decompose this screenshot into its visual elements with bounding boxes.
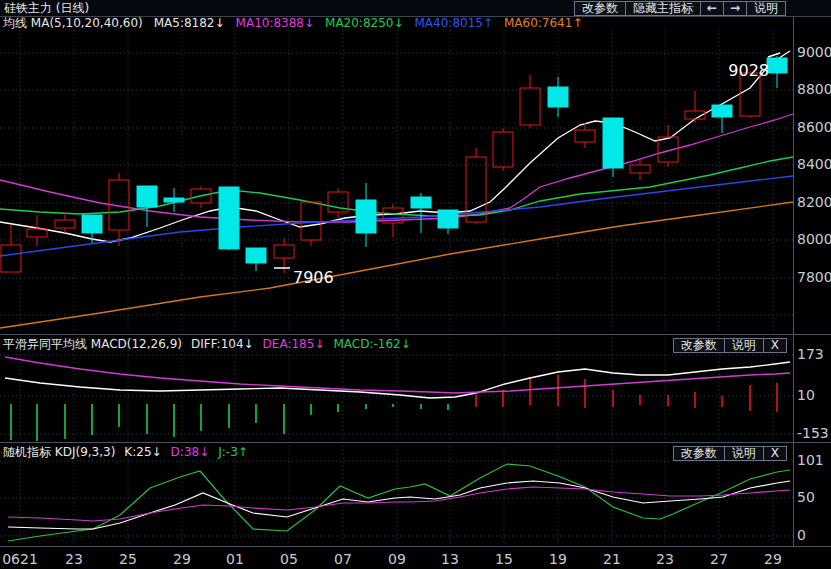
ma-value-3: MA40:8015↑: [415, 16, 493, 30]
x-axis-label: 09: [388, 551, 406, 567]
macd-title: 平滑异同平均线 MACD(12,26,9): [3, 336, 182, 352]
y-axis-label: 0: [797, 527, 806, 543]
y-axis-label: 7800: [797, 269, 831, 285]
y-axis-label: -153: [797, 425, 829, 441]
macd-value-2: MACD:-162↓: [333, 336, 410, 352]
y-axis-label: 9000: [797, 44, 831, 60]
titlebar-buttons: 改参数隐藏主指标←→说明: [575, 1, 786, 16]
y-axis-label: 8400: [797, 156, 831, 172]
candlestick-up: [630, 165, 650, 173]
kdj-value-0: K:25↓: [124, 444, 161, 460]
macd-button-close[interactable]: X: [763, 338, 787, 353]
candlestick-down: [137, 186, 157, 207]
y-axis-label: 8800: [797, 81, 831, 97]
macd-panel-header: 平滑异同平均线 MACD(12,26,9) DIFF:104↓DEA:185↓M…: [3, 336, 411, 352]
x-axis-label: 07: [334, 551, 352, 567]
x-axis-label: 23: [65, 551, 83, 567]
ma-line-ma60: [0, 202, 793, 328]
macd-button-help[interactable]: 说明: [724, 338, 764, 353]
titlebar-button-prev[interactable]: ←: [700, 1, 724, 16]
candlestick-down: [82, 215, 102, 233]
titlebar-button-next[interactable]: →: [723, 1, 747, 16]
candlestick-down: [712, 105, 732, 117]
kdj-button-change-params[interactable]: 改参数: [673, 446, 725, 461]
candlestick-up: [1, 245, 21, 272]
x-axis-label: 23: [656, 551, 674, 567]
x-axis-label: 25: [119, 551, 137, 567]
x-axis-label: 29: [173, 551, 191, 567]
ma-value-0: MA5:8182↓: [154, 16, 225, 30]
x-axis-label: 13: [441, 551, 459, 567]
app-window: 900088008600840082008000780017310-153101…: [0, 0, 831, 569]
candlestick-down: [411, 197, 431, 208]
macd-panel-buttons: 改参数说明X: [674, 338, 787, 353]
candlestick-up: [493, 132, 513, 167]
ma-values: MA5:8182↓MA10:8388↓MA20:8250↓MA40:8015↑M…: [154, 16, 583, 30]
candlestick-down: [438, 210, 458, 228]
candlestick-down: [603, 118, 623, 168]
kdj-value-1: D:38↓: [171, 444, 210, 460]
annotation-marker: [768, 53, 780, 57]
macd-values: DIFF:104↓DEA:185↓MACD:-162↓: [191, 336, 411, 352]
candlestick-up: [301, 202, 321, 240]
kdj-button-close[interactable]: X: [763, 446, 787, 461]
chart-canvas[interactable]: 900088008600840082008000780017310-153101…: [0, 0, 831, 569]
kdj-panel-header: 随机指标 KDJ(9,3,3) K:25↓D:38↓J:-3↑: [3, 444, 248, 460]
ma-prefix: 均线 MA(5,10,20,40,60): [3, 16, 143, 30]
title-bar: 硅铁主力 (日线) 改参数隐藏主指标←→说明: [0, 0, 831, 17]
y-axis-label: 10: [797, 387, 815, 403]
kdj-values: K:25↓D:38↓J:-3↑: [124, 444, 247, 460]
titlebar-button-help[interactable]: 说明: [746, 1, 786, 16]
y-axis-label: 173: [797, 346, 824, 362]
candlestick-down: [219, 187, 239, 249]
x-axis-label: 15: [495, 551, 513, 567]
candlestick-up: [575, 130, 595, 142]
y-axis-label: 8000: [797, 231, 831, 247]
candlestick-down: [246, 248, 266, 263]
annotation-label: 9028: [728, 61, 769, 80]
y-axis-label: 50: [797, 489, 815, 505]
ma-value-2: MA20:8250↓: [325, 16, 403, 30]
y-axis-label: 8600: [797, 119, 831, 135]
candlestick-down: [356, 200, 376, 233]
candlestick-down: [164, 198, 184, 202]
ma-value-4: MA60:7641↑: [504, 16, 582, 30]
candlestick-up: [274, 245, 294, 258]
candlestick-down: [548, 87, 568, 107]
macd-value-0: DIFF:104↓: [191, 336, 254, 352]
candlestick-up: [520, 88, 540, 125]
annotation-label: 7906: [293, 268, 334, 287]
y-axis-label: 101: [797, 452, 824, 468]
contract-title: 硅铁主力 (日线): [4, 1, 89, 16]
x-axis-label: 0621: [2, 551, 38, 567]
ma-indicator-row: 均线 MA(5,10,20,40,60) MA5:8182↓MA10:8388↓…: [3, 16, 582, 30]
x-axis-label: 27: [710, 551, 728, 567]
ma-value-1: MA10:8388↓: [236, 16, 314, 30]
candlestick-down: [767, 58, 787, 73]
candlestick-up: [55, 220, 75, 228]
y-axis-label: 8200: [797, 194, 831, 210]
x-axis-label: 01: [226, 551, 244, 567]
kdj-panel-buttons: 改参数说明X: [674, 446, 787, 461]
x-axis-label: 19: [549, 551, 567, 567]
x-axis-label: 29: [764, 551, 782, 567]
x-axis-label: 05: [280, 551, 298, 567]
macd-button-change-params[interactable]: 改参数: [673, 338, 725, 353]
kdj-d-line: [8, 487, 790, 521]
titlebar-button-hide-main-indicator[interactable]: 隐藏主指标: [625, 1, 701, 16]
titlebar-button-change-params[interactable]: 改参数: [574, 1, 626, 16]
candlestick-up: [27, 229, 47, 237]
kdj-button-help[interactable]: 说明: [724, 446, 764, 461]
x-axis-label: 21: [603, 551, 621, 567]
kdj-title: 随机指标 KDJ(9,3,3): [3, 444, 115, 460]
kdj-value-2: J:-3↑: [218, 444, 248, 460]
macd-value-1: DEA:185↓: [263, 336, 325, 352]
